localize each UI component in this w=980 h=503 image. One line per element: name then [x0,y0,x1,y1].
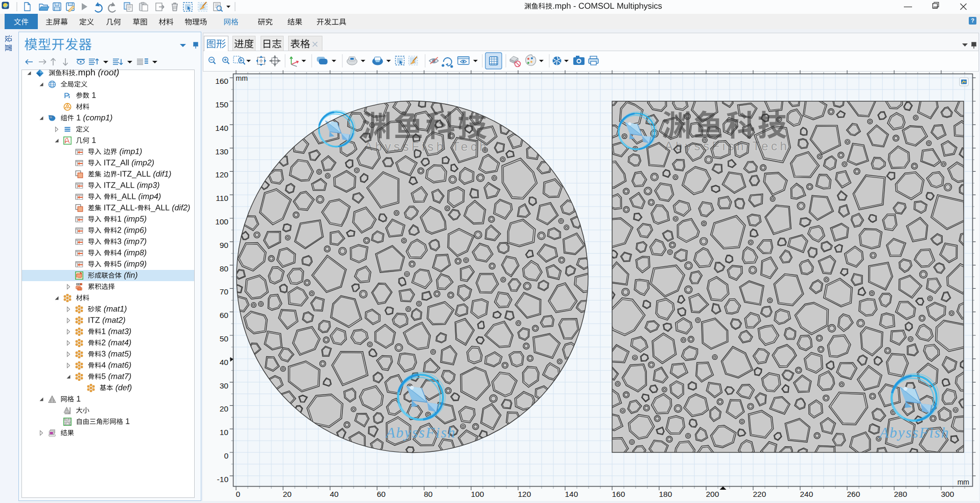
svg-text:100: 100 [471,490,484,498]
svg-text:70: 70 [220,287,229,296]
svg-text:20: 20 [283,490,292,498]
svg-text:280: 280 [894,490,907,498]
svg-text:200: 200 [706,490,719,498]
svg-text:50: 50 [220,334,229,343]
svg-text:mm: mm [236,74,248,82]
svg-text:mm: mm [958,478,969,486]
svg-text:30: 30 [220,381,229,390]
svg-text:60: 60 [377,490,386,498]
svg-text:140: 140 [215,124,228,132]
svg-text:120: 120 [518,490,531,498]
svg-text:40: 40 [220,358,229,367]
svg-text:300: 300 [941,490,954,498]
svg-text:80: 80 [220,264,229,273]
svg-text:80: 80 [424,490,433,498]
svg-text:20: 20 [220,404,229,413]
svg-text:240: 240 [800,490,813,498]
svg-text:0: 0 [236,490,241,498]
svg-text:AbyssFish Tech: AbyssFish Tech [665,139,790,153]
svg-text:100: 100 [215,217,228,226]
svg-text:10: 10 [220,428,229,437]
svg-text:260: 260 [847,490,860,498]
svg-text:220: 220 [753,490,766,498]
svg-text:110: 110 [216,194,228,202]
svg-text:AbyssFish Tech: AbyssFish Tech [364,140,489,153]
svg-text:160: 160 [215,77,228,85]
svg-text:150: 150 [215,100,228,109]
svg-text:130: 130 [215,147,228,156]
svg-text:40: 40 [330,490,339,498]
svg-text:180: 180 [659,490,672,498]
svg-text:90: 90 [220,241,229,249]
svg-text:120: 120 [215,170,228,179]
svg-text:160: 160 [612,490,625,498]
svg-text:AbyssFish: AbyssFish [878,424,949,441]
svg-text:140: 140 [565,490,578,498]
svg-text:60: 60 [220,311,229,319]
svg-text:-10: -10 [217,475,229,484]
svg-text:AbyssFish: AbyssFish [385,424,456,441]
svg-text:0: 0 [224,451,228,460]
